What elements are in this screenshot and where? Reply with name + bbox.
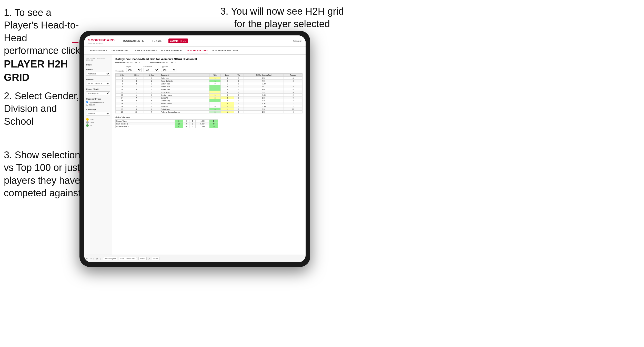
toolbar-back[interactable]: ⟨ bbox=[93, 257, 94, 260]
subnav-player-summary[interactable]: PLAYER SUMMARY bbox=[161, 48, 183, 53]
cell-diff: 0.38 bbox=[244, 97, 284, 99]
toolbar-view-original[interactable]: View: Original bbox=[103, 257, 117, 260]
cell-reg: 6 bbox=[129, 108, 144, 111]
filter-conference-label: Conference bbox=[144, 66, 159, 68]
cell-rounds: 9 bbox=[284, 97, 303, 99]
sidebar-player-rank-select[interactable]: 8. Katelyn Vo bbox=[86, 91, 110, 95]
cell-tie: 0 bbox=[234, 102, 244, 105]
toolbar-settings[interactable]: ⚙ bbox=[96, 257, 98, 260]
subnav-player-h2h-heatmap[interactable]: PLAYER H2H HEATMAP bbox=[212, 48, 238, 53]
cell-reg: 1 bbox=[129, 85, 144, 88]
toolbar-save-custom[interactable]: Save Custom View bbox=[119, 257, 137, 260]
cell-opponent: Federica Domecq Lacroze bbox=[160, 111, 209, 113]
cell-win: 1 bbox=[209, 91, 221, 94]
sidebar-opponent-radio-group: Opponents Played Top 100 bbox=[86, 101, 110, 106]
legend-up: Up bbox=[86, 124, 110, 127]
filter-conference-select[interactable]: (All) bbox=[144, 68, 159, 72]
cell-tie: 1 bbox=[234, 77, 244, 80]
sidebar-colour-label: Colour by bbox=[86, 108, 110, 111]
filter-conference-group: Conference (All) bbox=[144, 66, 159, 72]
toolbar-expand[interactable]: ⤢ bbox=[148, 257, 150, 260]
cell-diff: -5.00 bbox=[244, 105, 284, 108]
toolbar-share[interactable]: Share bbox=[152, 257, 160, 260]
cell-diff: 4.00 bbox=[244, 88, 284, 91]
sidebar-player-rank-label: Player (Rank) bbox=[86, 88, 110, 90]
subnav-team-summary[interactable]: TEAM SUMMARY bbox=[88, 48, 107, 53]
cell-reg: 6 bbox=[129, 88, 144, 91]
cell-loss: 0 bbox=[221, 85, 234, 88]
filters-row: Opponents: Region (All) Conference (All) bbox=[115, 66, 303, 72]
cell-reg: 8 bbox=[129, 99, 144, 102]
cell-diff: 1.50 bbox=[244, 77, 284, 80]
sidebar-player-label: Player bbox=[86, 64, 110, 66]
cell-win: 2 bbox=[209, 97, 221, 99]
col-win: Win bbox=[209, 74, 221, 77]
nav-teams[interactable]: TEAMS bbox=[150, 38, 163, 43]
main-data-table: # Div # Reg # Conf Opponent Win Loss Tie… bbox=[115, 73, 303, 113]
legend-down: Down bbox=[86, 118, 110, 121]
sidebar-gender-select[interactable]: Women's bbox=[86, 72, 110, 76]
legend-level: Level bbox=[86, 121, 110, 124]
col-diff: Diff Av Strokes/Rnd bbox=[244, 74, 284, 77]
instruction-step3-left: 3. Show selection vs Top 100 or just pla… bbox=[4, 149, 83, 200]
filter-region-select[interactable]: (All) bbox=[126, 68, 142, 72]
cell-diff: 1.33 bbox=[244, 111, 284, 113]
toolbar-undo[interactable]: ↩ bbox=[86, 257, 88, 260]
sign-out[interactable]: Sign out bbox=[293, 40, 301, 42]
table-header-row: # Div # Reg # Conf Opponent Win Loss Tie… bbox=[116, 74, 303, 77]
sidebar-division-select[interactable]: NCAA Division III bbox=[86, 82, 110, 85]
cell-div: 6 bbox=[116, 82, 129, 85]
instruction-step2: 2. Select Gender, Division and School bbox=[4, 90, 83, 128]
col-loss: Loss bbox=[221, 74, 234, 77]
cell-reg: 1 bbox=[129, 102, 144, 105]
cell-div: 20 bbox=[116, 111, 129, 113]
sidebar-opponent-view-section: Opponent view Opponents Played Top 100 bbox=[86, 98, 110, 106]
cell-opponent: Euna Lee bbox=[160, 105, 209, 108]
out-div-loss: 0 bbox=[183, 120, 189, 122]
toolbar-refresh[interactable]: ↻ bbox=[99, 257, 102, 260]
cell-tie: 0 bbox=[234, 80, 244, 82]
subnav-player-h2h-grid[interactable]: PLAYER H2H GRID bbox=[187, 48, 208, 53]
out-of-division: Out of division Foreign Team 1 0 0 4.500… bbox=[115, 116, 303, 128]
table-row: 16 1 3 Jessica Mason 1 2 0 -0.94 7 bbox=[116, 102, 303, 105]
subnav-team-h2h-grid[interactable]: TEAM H2H GRID bbox=[111, 48, 129, 53]
out-div-win: 5 bbox=[175, 125, 183, 128]
out-div-rounds: 10 bbox=[209, 125, 218, 128]
cell-rounds: 2 bbox=[284, 94, 303, 97]
cell-conf: 1 bbox=[144, 94, 160, 97]
legend-down-label: Down bbox=[90, 119, 94, 120]
subnav-team-h2h-heatmap[interactable]: TEAM H2H HEATMAP bbox=[134, 48, 157, 53]
cell-loss: 0 bbox=[221, 77, 234, 80]
sidebar-division-label: Division bbox=[86, 78, 110, 81]
cell-conf: 5 bbox=[144, 91, 160, 94]
cell-rounds: 4 bbox=[284, 88, 303, 91]
legend-level-label: Level bbox=[90, 122, 94, 123]
cell-conf: 7 bbox=[144, 111, 160, 113]
cell-conf: 6 bbox=[144, 108, 160, 111]
toolbar-redo[interactable]: ↪ bbox=[90, 257, 92, 260]
cell-tie: 0 bbox=[234, 108, 244, 111]
sidebar: Last Updated: 27/03/2024 16:55:38 Player… bbox=[84, 55, 112, 255]
out-of-division-title: Out of division bbox=[115, 116, 303, 118]
cell-loss: 1 bbox=[221, 82, 234, 85]
sidebar-radio-opponents-played[interactable]: Opponents Played bbox=[86, 101, 110, 103]
cell-div: 13 bbox=[116, 94, 129, 97]
sidebar-radio-top100[interactable]: Top 100 bbox=[86, 104, 110, 106]
main-content: Last Updated: 27/03/2024 16:55:38 Player… bbox=[84, 55, 306, 255]
cell-div: 15 bbox=[116, 99, 129, 102]
toolbar-watch[interactable]: Watch bbox=[138, 257, 147, 260]
cell-tie: 0 bbox=[234, 105, 244, 108]
sidebar-colour-select[interactable]: Win/loss bbox=[86, 112, 110, 115]
nav-tournaments[interactable]: TOURNAMENTS bbox=[121, 38, 145, 43]
out-div-tie: 0 bbox=[189, 122, 196, 125]
filter-opponent-select[interactable]: (All) bbox=[161, 68, 176, 72]
app-logo: SCOREBOARD Powered by clippd bbox=[88, 38, 115, 44]
cell-conf: 3 bbox=[144, 82, 160, 85]
cell-tie: 0 bbox=[234, 94, 244, 97]
cell-loss: 0 bbox=[221, 91, 234, 94]
nav-committee[interactable]: COMMITTEE bbox=[168, 38, 188, 43]
legend-level-dot bbox=[86, 121, 89, 124]
cell-tie: 0 bbox=[234, 97, 244, 99]
cell-opponent: Sharon Mun bbox=[160, 85, 209, 88]
col-tie: Tie bbox=[234, 74, 244, 77]
